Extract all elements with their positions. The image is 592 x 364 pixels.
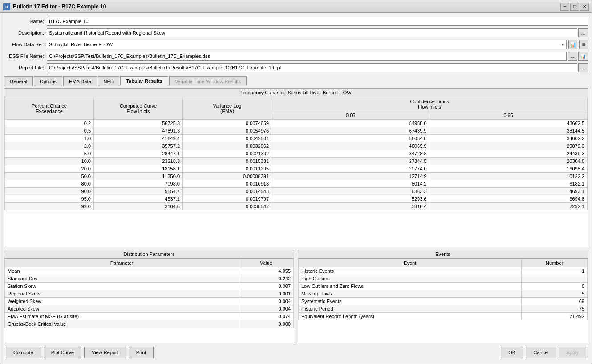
tab-ema-data[interactable]: EMA Data (63, 76, 97, 86)
event-cell: Systematic Events (299, 298, 522, 305)
flow-chart-red-button[interactable]: 📊 (568, 40, 577, 49)
tab-tabular-results[interactable]: Tabular Results (120, 76, 168, 86)
number-cell: 75 (522, 305, 588, 313)
freq-table-row: 0.5 47891.3 0.0054976 67439.9 38144.5 (5, 127, 588, 135)
pct-chance-cell: 5.0 (5, 150, 94, 158)
col-computed-header: Computed CurveFlow in cfs (94, 97, 183, 120)
cl095-cell: 38144.5 (430, 127, 588, 135)
cl005-cell: 12714.9 (272, 173, 430, 180)
cl095-cell: 3694.6 (430, 195, 588, 203)
pct-chance-cell: 2.0 (5, 142, 94, 150)
param-cell: Mean (5, 267, 239, 275)
value-cell: 0.007 (239, 283, 293, 290)
cl-095-header: 0.95 (430, 111, 588, 120)
print-button[interactable]: Print (129, 347, 154, 358)
variance-cell: 0.00088391 (183, 173, 272, 180)
svg-text:B: B (5, 5, 8, 9)
tab-options[interactable]: Options (34, 76, 62, 86)
dist-param-row: Standard Dev 0.242 (5, 275, 294, 283)
flow-data-select[interactable]: Schuylkill River-Berne-FLOW ▼ (47, 40, 567, 49)
event-cell: Missing Flows (299, 290, 522, 298)
event-row: Historic Events 1 (299, 267, 588, 275)
computed-cell: 41649.4 (94, 135, 183, 142)
value-cell: 0.242 (239, 275, 293, 283)
confidence-limits-header: Confidence LimitsFlow in cfs (272, 97, 588, 111)
freq-table-row: 99.0 3104.8 0.0038542 3816.4 2292.1 (5, 203, 588, 210)
variance-cell: 0.0074659 (183, 120, 272, 127)
dss-browse-button[interactable]: ... (568, 52, 577, 61)
cl095-cell: 4693.1 (430, 188, 588, 195)
event-cell: Low Outliers and Zero Flows (299, 283, 522, 290)
variance-cell: 0.0038542 (183, 203, 272, 210)
variance-cell: 0.0015381 (183, 158, 272, 165)
value-cell: 0.004 (239, 298, 293, 305)
cl095-cell: 29879.3 (430, 142, 588, 150)
report-browse-button[interactable]: ... (578, 63, 588, 72)
dist-params-title: Distribution Parameters (4, 250, 294, 259)
flow-data-controls: Schuylkill River-Berne-FLOW ▼ 📊 ≡ (47, 40, 588, 49)
maximize-button[interactable]: □ (570, 3, 579, 11)
dist-param-row: Regional Skew 0.001 (5, 290, 294, 298)
param-cell: EMA Estimate of MSE (G at-site) (5, 313, 239, 320)
app-icon: B (3, 3, 10, 10)
report-input[interactable] (47, 63, 577, 72)
variance-cell: 0.0054976 (183, 127, 272, 135)
close-button[interactable]: ✕ (580, 3, 589, 11)
dss-input[interactable] (47, 52, 567, 61)
computed-cell: 47891.3 (94, 127, 183, 135)
tab-variable-time-window: Variable Time Window Results (169, 76, 247, 86)
event-cell: Equivalent Record Length (years) (299, 313, 522, 320)
cl095-cell: 34002.2 (430, 135, 588, 142)
distribution-params-section: Distribution Parameters Parameter Value … (4, 250, 294, 343)
param-cell: Grubbs-Beck Critical Value (5, 320, 239, 328)
apply-button[interactable]: Apply (559, 347, 586, 358)
name-label: Name: (4, 19, 44, 24)
report-label: Report File: (4, 65, 44, 70)
dss-row: DSS File Name: ... 📊 (4, 51, 588, 61)
dist-param-row: Weighted Skew 0.004 (5, 298, 294, 305)
tab-neb[interactable]: NEB (98, 76, 120, 86)
frequency-table-title: Frequency Curve for: Schuylkill River-Be… (4, 89, 588, 97)
plot-curve-button[interactable]: Plot Curve (44, 347, 81, 358)
computed-cell: 35757.2 (94, 142, 183, 150)
value-cell: 0.004 (239, 305, 293, 313)
description-label: Description: (4, 30, 44, 36)
compute-button[interactable]: Compute (6, 347, 41, 358)
event-row: Historic Period 75 (299, 305, 588, 313)
cancel-button[interactable]: Cancel (526, 347, 556, 358)
cl005-cell: 46069.9 (272, 142, 430, 150)
flow-data-label: Flow Data Set: (4, 42, 44, 47)
name-row: Name: (4, 16, 588, 26)
view-report-button[interactable]: View Report (84, 347, 126, 358)
name-input[interactable] (47, 17, 588, 26)
minimize-button[interactable]: ─ (560, 3, 569, 11)
computed-cell: 56725.3 (94, 120, 183, 127)
computed-cell: 28447.1 (94, 150, 183, 158)
dist-param-row: Adopted Skew 0.004 (5, 305, 294, 313)
value-cell: 0.000 (239, 320, 293, 328)
events-title: Events (298, 250, 588, 259)
description-browse-button[interactable]: ... (578, 28, 588, 37)
description-input[interactable] (47, 28, 577, 37)
freq-table-row: 2.0 35757.2 0.0032062 46069.9 29879.3 (5, 142, 588, 150)
value-col-header: Value (239, 259, 293, 267)
main-tab-content: Frequency Curve for: Schuylkill River-Be… (4, 88, 588, 343)
cl005-cell: 3816.4 (272, 203, 430, 210)
ok-button[interactable]: OK (501, 347, 523, 358)
cl005-cell: 84958.0 (272, 120, 430, 127)
dist-params-body: Mean 4.055 Standard Dev 0.242 Station Sk… (5, 267, 294, 328)
cl095-cell: 20304.0 (430, 158, 588, 165)
flow-table-button[interactable]: ≡ (579, 40, 588, 49)
pct-chance-cell: 20.0 (5, 165, 94, 173)
cl095-cell: 2292.1 (430, 203, 588, 210)
cl095-cell: 43662.5 (430, 120, 588, 127)
number-col-header: Number (522, 259, 588, 267)
dss-chart-button[interactable]: 📊 (578, 52, 588, 61)
cl005-cell: 67439.9 (272, 127, 430, 135)
cl005-cell: 6363.3 (272, 188, 430, 195)
tab-general[interactable]: General (4, 76, 33, 86)
number-cell: 5 (522, 290, 588, 298)
flow-data-value: Schuylkill River-Berne-FLOW (49, 42, 113, 47)
window-title: Bulletin 17 Editor - B17C Example 10 (13, 4, 560, 10)
value-cell: 0.001 (239, 290, 293, 298)
